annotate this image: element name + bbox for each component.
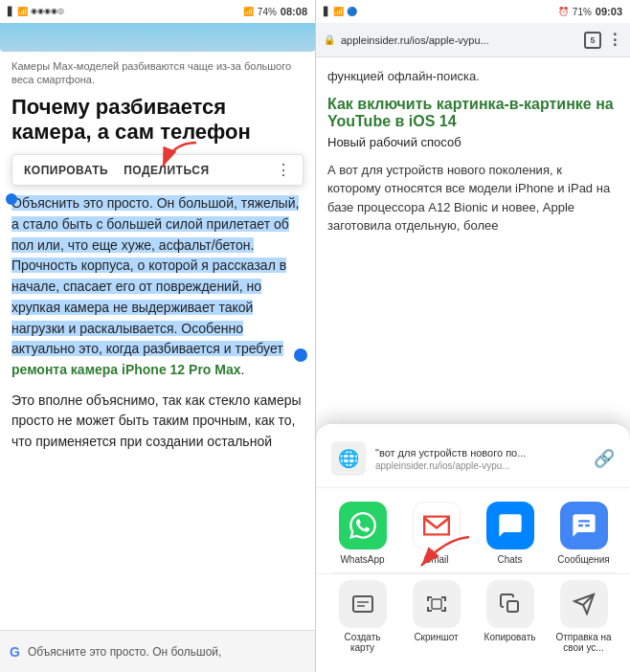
right-article-text1: функцией офлайн-поиска. bbox=[327, 67, 619, 86]
share-app-whatsapp[interactable]: WhatsApp bbox=[332, 502, 394, 565]
icons-left: ◉◉◉◉◎ bbox=[31, 7, 64, 16]
article-image bbox=[0, 23, 315, 52]
share-app-messages[interactable]: Сообщения bbox=[553, 502, 615, 565]
create-card-label: Создать карту bbox=[332, 632, 394, 653]
repair-link[interactable]: ремонта камера iPhone 12 Pro Max bbox=[11, 362, 241, 377]
bottom-search-text: Объясните это просто. Он большой, bbox=[28, 645, 221, 659]
share-actions-row: Создать карту Скриншот bbox=[316, 573, 630, 664]
create-card-icon[interactable] bbox=[339, 580, 387, 628]
share-preview-url: appleinsider.ru/ios/apple-vypu... bbox=[375, 460, 584, 471]
share-preview-title: "вот для устройств нового по... bbox=[375, 447, 584, 459]
right-article-subtitle: Новый рабочий способ bbox=[327, 134, 619, 151]
article-content-left: Камеры Мах-моделей разбиваются чаще из-з… bbox=[0, 23, 315, 630]
sim-icon: 📶 bbox=[243, 7, 254, 16]
share-link-icon[interactable]: 🔗 bbox=[594, 448, 615, 469]
more-menu-icon[interactable]: ⋮ bbox=[276, 161, 291, 179]
share-favicon: 🌐 bbox=[331, 441, 366, 476]
svg-rect-1 bbox=[353, 596, 372, 612]
whatsapp-label: WhatsApp bbox=[340, 554, 384, 565]
bt-icon: 🔵 bbox=[347, 7, 357, 16]
battery-right: 71% bbox=[573, 7, 592, 17]
red-arrow-top bbox=[153, 138, 201, 176]
chats-icon[interactable] bbox=[486, 502, 534, 549]
browser-menu-icon[interactable]: ⋮ bbox=[607, 31, 622, 49]
share-action-send[interactable]: Отправка на свои ус... bbox=[553, 580, 615, 653]
send-label: Отправка на свои ус... bbox=[553, 632, 615, 653]
whatsapp-icon[interactable] bbox=[339, 502, 387, 549]
signal-right: ▋ bbox=[324, 7, 330, 16]
article-body-second: Это вполне объяснимо, так как стекло кам… bbox=[11, 391, 304, 453]
copy-action-label: Копировать bbox=[484, 632, 536, 642]
wifi-icon: 📶 bbox=[17, 7, 28, 16]
status-bar-left: ▋ 📶 ◉◉◉◉◎ 📶 74% 08:08 bbox=[0, 0, 315, 23]
share-preview: 🌐 "вот для устройств нового по... applei… bbox=[316, 436, 630, 488]
share-action-create-card[interactable]: Создать карту bbox=[332, 580, 394, 653]
copy-menu-item[interactable]: КОПИРОВАТЬ bbox=[24, 164, 108, 177]
wifi-right: 📶 bbox=[333, 7, 344, 16]
selection-handle-right bbox=[294, 348, 307, 362]
tab-count-badge[interactable]: 5 bbox=[584, 32, 601, 49]
time-right: 09:03 bbox=[596, 6, 622, 17]
highlighted-text: Объяснить это просто. Он большой, тяжелы… bbox=[11, 195, 299, 356]
share-url-info: "вот для устройств нового по... appleins… bbox=[375, 447, 584, 471]
google-logo: G bbox=[10, 644, 20, 660]
status-bar-right: ▋ 📶 🔵 ⏰ 71% 09:03 bbox=[316, 0, 630, 23]
bottom-bar-left: G Объясните это просто. Он большой, bbox=[0, 630, 315, 672]
lock-icon: 🔒 bbox=[324, 34, 335, 45]
battery-left: 74% bbox=[258, 7, 277, 17]
chats-label: Chats bbox=[497, 554, 522, 565]
browser-bar[interactable]: 🔒 appleinsider.ru/ios/apple-vypu... 5 ⋮ bbox=[316, 23, 630, 57]
copy-icon[interactable] bbox=[486, 580, 534, 628]
article-caption: Камеры Мах-моделей разбиваются чаще из-з… bbox=[11, 59, 304, 87]
svg-rect-5 bbox=[507, 601, 518, 612]
share-action-screenshot[interactable]: Скриншот bbox=[406, 580, 467, 653]
screenshot-label: Скриншот bbox=[414, 632, 458, 642]
url-display[interactable]: appleinsider.ru/ios/apple-vypu... bbox=[341, 34, 578, 46]
messages-icon[interactable] bbox=[560, 502, 608, 549]
article-body-highlighted: Объяснить это просто. Он большой, тяжелы… bbox=[11, 193, 304, 380]
left-panel: ▋ 📶 ◉◉◉◉◎ 📶 74% 08:08 Камеры Мах-моделей… bbox=[0, 0, 315, 672]
right-green-link[interactable]: Как включить картинка-в-картинке на YouT… bbox=[327, 96, 614, 129]
messages-label: Сообщения bbox=[557, 554, 609, 565]
right-panel: ▋ 📶 🔵 ⏰ 71% 09:03 🔒 appleinsider.ru/ios/… bbox=[315, 0, 630, 672]
signal-icon: ▋ bbox=[8, 7, 14, 16]
svg-rect-4 bbox=[432, 599, 441, 609]
red-arrow-right bbox=[407, 529, 474, 581]
screenshot-icon[interactable] bbox=[413, 580, 461, 628]
send-icon[interactable] bbox=[560, 580, 608, 628]
time-left: 08:08 bbox=[281, 6, 307, 17]
right-article-body: А вот для устройств нового поколения, к … bbox=[327, 161, 619, 235]
share-sheet: 🌐 "вот для устройств нового по... applei… bbox=[316, 424, 630, 672]
alarm-icon: ⏰ bbox=[558, 7, 569, 16]
google-logo-container: G bbox=[10, 644, 20, 660]
share-app-chats[interactable]: Chats bbox=[480, 502, 541, 565]
share-action-copy[interactable]: Копировать bbox=[480, 580, 541, 653]
